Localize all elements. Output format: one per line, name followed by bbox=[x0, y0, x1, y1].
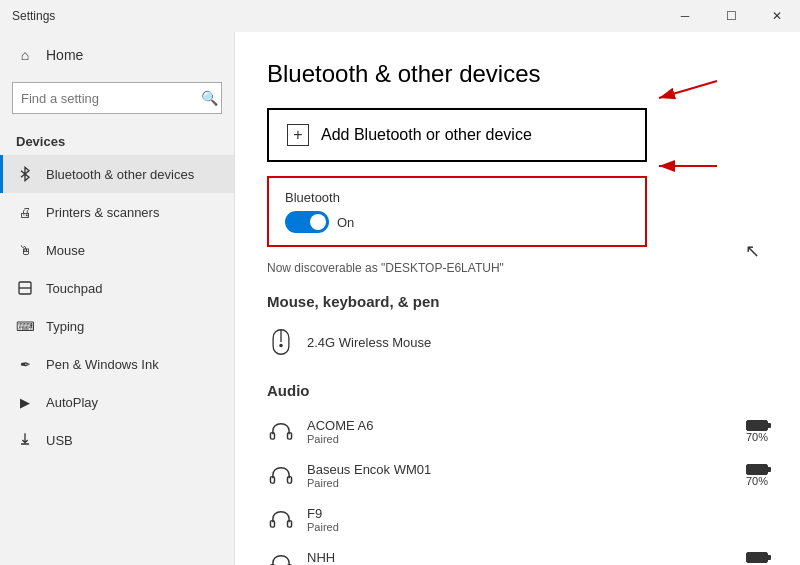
device-name: 2.4G Wireless Mouse bbox=[307, 335, 768, 350]
sidebar-item-mouse-label: Mouse bbox=[46, 243, 85, 258]
titlebar: Settings ─ ☐ ✕ bbox=[0, 0, 800, 32]
sidebar-item-typing-label: Typing bbox=[46, 319, 84, 334]
sidebar-item-bluetooth-label: Bluetooth & other devices bbox=[46, 167, 194, 182]
search-box[interactable]: 🔍 bbox=[12, 82, 222, 114]
sidebar-item-usb-label: USB bbox=[46, 433, 73, 448]
acome-info: ACOME A6 Paired bbox=[307, 418, 734, 445]
sidebar-item-typing[interactable]: ⌨ Typing bbox=[0, 307, 234, 345]
home-icon: ⌂ bbox=[16, 46, 34, 64]
device-name: ACOME A6 bbox=[307, 418, 734, 433]
add-icon: + bbox=[287, 124, 309, 146]
printer-icon: 🖨 bbox=[16, 203, 34, 221]
list-item: 2.4G Wireless Mouse bbox=[267, 320, 768, 364]
battery-icon bbox=[746, 420, 768, 431]
headset-icon-2 bbox=[267, 461, 295, 489]
device-status: Paired bbox=[307, 521, 768, 533]
mouse-icon: 🖱 bbox=[16, 241, 34, 259]
battery-pct: 70% bbox=[746, 475, 768, 487]
battery-icon bbox=[746, 552, 768, 563]
f9-info: F9 Paired bbox=[307, 506, 768, 533]
list-item: ACOME A6 Paired 70% bbox=[267, 409, 768, 453]
sidebar-item-mouse[interactable]: 🖱 Mouse bbox=[0, 231, 234, 269]
bluetooth-section: Bluetooth On bbox=[267, 176, 647, 247]
section-title-mouse: Mouse, keyboard, & pen bbox=[267, 293, 768, 310]
autoplay-icon: ▶ bbox=[16, 393, 34, 411]
svg-point-7 bbox=[279, 344, 283, 348]
section-title-audio: Audio bbox=[267, 382, 768, 399]
headset-icon-1 bbox=[267, 417, 295, 445]
device-status: Paired bbox=[307, 477, 734, 489]
battery-display-4: 70% bbox=[746, 552, 768, 566]
toggle-row: On bbox=[285, 211, 629, 233]
sidebar: ⌂ Home 🔍 Devices Bluetooth & other devic… bbox=[0, 32, 235, 565]
battery-icon bbox=[746, 464, 768, 475]
sidebar-item-pen[interactable]: ✒ Pen & Windows Ink bbox=[0, 345, 234, 383]
battery-display-2: 70% bbox=[746, 464, 768, 487]
titlebar-title: Settings bbox=[12, 9, 55, 23]
list-item: F9 Paired bbox=[267, 497, 768, 541]
headset-icon-3 bbox=[267, 505, 295, 533]
bluetooth-state: On bbox=[337, 215, 354, 230]
sidebar-section-devices: Devices bbox=[0, 126, 234, 155]
bluetooth-icon bbox=[16, 165, 34, 183]
list-item: NHH Paired 70% bbox=[267, 541, 768, 565]
sidebar-item-autoplay-label: AutoPlay bbox=[46, 395, 98, 410]
sidebar-item-touchpad[interactable]: Touchpad bbox=[0, 269, 234, 307]
bluetooth-label: Bluetooth bbox=[285, 190, 629, 205]
page-title: Bluetooth & other devices bbox=[267, 60, 768, 88]
app-layout: ⌂ Home 🔍 Devices Bluetooth & other devic… bbox=[0, 32, 800, 565]
sidebar-item-pen-label: Pen & Windows Ink bbox=[46, 357, 159, 372]
battery-pct: 70% bbox=[746, 431, 768, 443]
list-item: Baseus Encok WM01 Paired 70% bbox=[267, 453, 768, 497]
content-area: Bluetooth & other devices + Add Bluetoot… bbox=[235, 32, 800, 565]
sidebar-item-usb[interactable]: USB bbox=[0, 421, 234, 459]
add-device-label: Add Bluetooth or other device bbox=[321, 126, 532, 144]
add-device-button[interactable]: + Add Bluetooth or other device bbox=[267, 108, 647, 162]
maximize-button[interactable]: ☐ bbox=[708, 0, 754, 32]
bluetooth-toggle[interactable] bbox=[285, 211, 329, 233]
pen-icon: ✒ bbox=[16, 355, 34, 373]
mouse-device-info: 2.4G Wireless Mouse bbox=[307, 335, 768, 350]
touchpad-icon bbox=[16, 279, 34, 297]
minimize-button[interactable]: ─ bbox=[662, 0, 708, 32]
sidebar-item-printers-label: Printers & scanners bbox=[46, 205, 159, 220]
device-name: F9 bbox=[307, 506, 768, 521]
sidebar-item-touchpad-label: Touchpad bbox=[46, 281, 102, 296]
sidebar-item-home[interactable]: ⌂ Home bbox=[0, 32, 234, 78]
close-button[interactable]: ✕ bbox=[754, 0, 800, 32]
mouse-device-icon bbox=[267, 328, 295, 356]
headset-icon-4 bbox=[267, 549, 295, 565]
device-status: Paired bbox=[307, 433, 734, 445]
sidebar-home-label: Home bbox=[46, 47, 83, 63]
nhh-info: NHH Paired bbox=[307, 550, 734, 566]
device-name: NHH bbox=[307, 550, 734, 565]
search-icon: 🔍 bbox=[197, 82, 221, 114]
device-name: Baseus Encok WM01 bbox=[307, 462, 734, 477]
sidebar-item-printers[interactable]: 🖨 Printers & scanners bbox=[0, 193, 234, 231]
battery-display-1: 70% bbox=[746, 420, 768, 443]
search-input[interactable] bbox=[13, 91, 197, 106]
sidebar-item-bluetooth[interactable]: Bluetooth & other devices bbox=[0, 155, 234, 193]
baseus-info: Baseus Encok WM01 Paired bbox=[307, 462, 734, 489]
discoverable-text: Now discoverable as "DESKTOP-E6LATUH" bbox=[267, 261, 768, 275]
titlebar-controls: ─ ☐ ✕ bbox=[662, 0, 800, 32]
typing-icon: ⌨ bbox=[16, 317, 34, 335]
usb-icon bbox=[16, 431, 34, 449]
sidebar-item-autoplay[interactable]: ▶ AutoPlay bbox=[0, 383, 234, 421]
